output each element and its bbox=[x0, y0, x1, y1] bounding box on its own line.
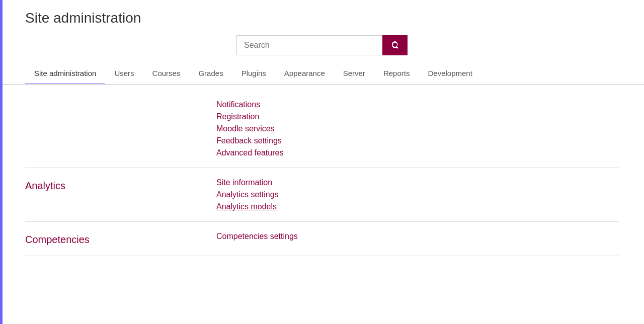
nav-tab-server[interactable]: Server bbox=[334, 63, 374, 85]
link-site-information[interactable]: Site information bbox=[216, 178, 279, 187]
nav-tab-development[interactable]: Development bbox=[419, 63, 481, 85]
section-links-competencies: Competencies settings bbox=[216, 232, 298, 246]
nav-tab-plugins[interactable]: Plugins bbox=[232, 63, 275, 85]
link-notifications[interactable]: Notifications bbox=[216, 100, 283, 109]
link-analytics-models[interactable]: Analytics models bbox=[216, 202, 279, 211]
search-wrapper bbox=[236, 35, 408, 55]
nav-tab-courses[interactable]: Courses bbox=[143, 63, 190, 85]
left-accent-bar bbox=[0, 0, 3, 261]
link-feedback-settings[interactable]: Feedback settings bbox=[216, 136, 283, 145]
search-container bbox=[25, 35, 619, 55]
nav-tab-appearance[interactable]: Appearance bbox=[275, 63, 334, 85]
section-title-competencies: Competencies bbox=[25, 232, 216, 246]
link-competencies-settings[interactable]: Competencies settings bbox=[216, 232, 298, 241]
link-advanced-features[interactable]: Advanced features bbox=[216, 148, 283, 157]
nav-tab-users[interactable]: Users bbox=[105, 63, 143, 85]
section-links-site-admin-top: NotificationsRegistrationMoodle services… bbox=[216, 100, 283, 157]
page-header: Site administration bbox=[0, 0, 644, 63]
nav-tab-grades[interactable]: Grades bbox=[189, 63, 232, 85]
main-content: NotificationsRegistrationMoodle services… bbox=[0, 85, 644, 261]
search-input[interactable] bbox=[236, 35, 382, 55]
section-analytics: AnalyticsSite informationAnalytics setti… bbox=[25, 168, 619, 222]
nav-tabs: Site administrationUsersCoursesGradesPlu… bbox=[0, 63, 644, 85]
section-site-admin-top: NotificationsRegistrationMoodle services… bbox=[25, 90, 619, 168]
search-button[interactable] bbox=[382, 35, 408, 55]
section-title-analytics: Analytics bbox=[25, 178, 216, 211]
search-icon bbox=[390, 41, 399, 50]
link-registration[interactable]: Registration bbox=[216, 112, 283, 121]
page-title: Site administration bbox=[25, 10, 619, 26]
nav-tab-reports[interactable]: Reports bbox=[374, 63, 419, 85]
link-moodle-services[interactable]: Moodle services bbox=[216, 124, 283, 133]
link-analytics-settings[interactable]: Analytics settings bbox=[216, 190, 279, 199]
section-competencies: CompetenciesCompetencies settings bbox=[25, 222, 619, 256]
nav-tab-site-administration[interactable]: Site administration bbox=[25, 63, 105, 85]
section-links-analytics: Site informationAnalytics settingsAnalyt… bbox=[216, 178, 279, 211]
